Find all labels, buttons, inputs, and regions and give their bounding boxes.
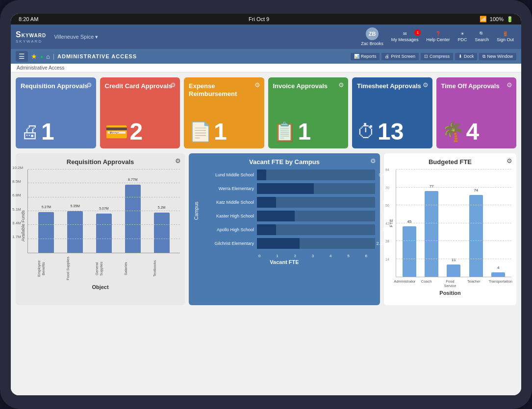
budgeted-x-label: Transportation [489, 279, 507, 288]
avatar: ZB [366, 27, 379, 40]
search-btn[interactable]: 🔍 Search [472, 30, 491, 43]
budgeted-grid-label: 42 [385, 221, 389, 225]
vacant-x-tick: 4 [322, 254, 339, 258]
budgeted-bar-val: 4 [497, 265, 499, 270]
budgeted-chart-gear[interactable]: ⚙ [507, 157, 512, 165]
help-btn[interactable]: ❓ Help Center [424, 30, 452, 43]
budgeted-x-label: Food Service [441, 279, 459, 288]
signout-icon: 🚪 [503, 31, 508, 36]
grid-label: 6.8M [12, 193, 21, 197]
tile-requisition[interactable]: ⚙ Requisition Approvals 🖨 1 [16, 77, 96, 148]
bar-value: 5.07M [99, 207, 108, 210]
tile-gear-timesheet[interactable]: ⚙ [423, 81, 429, 89]
vacant-bar-fill [257, 211, 295, 221]
budgeted-bar: 74 [469, 195, 483, 277]
req-grid: 5.27M5.35M5.07M8.77M5.2M 10.2M8.5M6.8M5.… [27, 169, 180, 253]
budgeted-bar-item: 45 [403, 226, 416, 277]
search-icon: 🔍 [479, 31, 484, 36]
tile-gear-credit-card[interactable]: ⚙ [170, 81, 176, 89]
tile-time-off[interactable]: ⚙ Time Off Approvals 🌴 4 [436, 77, 517, 148]
budgeted-grid-label: 84 [385, 168, 389, 171]
tiles-row: ⚙ Requisition Approvals 🖨 1 ⚙ Credit Car… [16, 77, 516, 148]
message-icon: ✉ [403, 31, 407, 36]
divider: | [53, 53, 54, 60]
budgeted-chart-card: ⚙ Budgeted FTE FTE 457711744 84705642281… [384, 153, 516, 305]
budgeted-y-label: FTE [389, 169, 394, 277]
hamburger-button[interactable]: ☰ [16, 51, 28, 62]
req-y-label: Available Funds [21, 169, 25, 282]
vacant-bar-fill [257, 169, 266, 180]
logo-text: SKYWARD [16, 30, 46, 39]
vacant-chart-gear[interactable]: ⚙ [370, 157, 376, 165]
req-bar-item: 8.77M [125, 185, 141, 253]
vacant-bar-label: Kaster High School [200, 214, 254, 218]
tile-timesheet[interactable]: ⚙ Timesheet Approvals ⏱ 13 [352, 77, 432, 148]
vacant-bar-item: Lund Middle School 0.5 [200, 169, 375, 180]
vacant-x-tick: 1 [268, 254, 286, 258]
org-name[interactable]: Villeneuve Spice ▾ [54, 34, 98, 40]
budgeted-bar: 11 [447, 265, 460, 277]
vacant-bar-item: Gilchrist Elementary 2.25 [200, 238, 375, 249]
tile-content-time-off: 🌴 4 [441, 120, 480, 144]
budgeted-bars-area: 457711744 847056422814 [396, 169, 511, 277]
grid-line: 6.8M [28, 197, 180, 197]
main-content: ⚙ Requisition Approvals 🖨 1 ⚙ Credit Car… [11, 72, 521, 395]
req-bar: 5.2M [154, 213, 170, 253]
tile-gear-expense[interactable]: ⚙ [254, 81, 260, 89]
tile-icon-expense: 📄 [189, 121, 212, 143]
req-bar: 8.77M [125, 185, 141, 253]
signout-btn[interactable]: 🚪 Sign Out [494, 30, 516, 43]
vacant-x-tick: 3 [304, 254, 322, 258]
req-bars-group: 5.27M5.35M5.07M8.77M5.2M [28, 169, 180, 253]
tile-credit-card[interactable]: ⚙ Credit Card Approvals 💳 2 [100, 77, 180, 148]
vacant-x-tick: 5 [339, 254, 357, 258]
tile-gear-requisition[interactable]: ⚙ [86, 81, 92, 89]
tile-invoice[interactable]: ⚙ Invoice Approvals 📋 1 [268, 77, 349, 148]
req-x-label: Salaries [124, 255, 142, 282]
messages-btn[interactable]: ✉ 1 My Messages [389, 30, 421, 43]
vacant-bar-fill [257, 224, 276, 235]
print-button[interactable]: 🖨 Print Screen [381, 53, 419, 60]
favorites-button[interactable]: ★ [31, 52, 37, 60]
reports-button[interactable]: 📊 Reports [351, 53, 380, 60]
grid-label: 5.1M [12, 207, 21, 211]
dock-icon: ⬇ [458, 54, 462, 59]
circle-button[interactable]: ● [40, 54, 43, 59]
tile-title-timesheet: Timesheet Approvals [357, 82, 421, 90]
tile-count-requisition: 1 [41, 120, 54, 144]
user-name: Zac Brooks [361, 41, 383, 46]
vacant-bar-item: Werra Elementary 3 [200, 183, 375, 194]
home-button[interactable]: ⌂ [46, 53, 50, 60]
grid-line: 10.2M [28, 169, 180, 169]
bar-value: 5.2M [158, 206, 166, 209]
budgeted-grid-label: 14 [385, 257, 389, 261]
search-label: Search [475, 37, 489, 42]
pdc-btn[interactable]: ☀ PDC [455, 30, 469, 43]
access-label: ADMINISTRATIVE ACCESS [57, 53, 137, 59]
budgeted-bar-item: 74 [469, 195, 483, 277]
vacant-bar-item: Kaster High School 2 [200, 211, 375, 221]
budgeted-grid-line: 14 [396, 259, 511, 259]
dock-button[interactable]: ⬇ Dock [455, 53, 478, 60]
tile-title-credit-card: Credit Card Approvals [105, 82, 173, 90]
tile-content-timesheet: ⏱ 13 [357, 120, 404, 144]
req-chart-gear[interactable]: ⚙ [175, 157, 181, 165]
tile-expense[interactable]: ⚙ Expense Reimbursement 📄 1 [184, 77, 264, 148]
bar-value: 5.35M [70, 204, 79, 208]
budgeted-bar-item: 77 [425, 191, 438, 277]
vacant-bar-wrap: 1 [257, 224, 375, 235]
new-window-button[interactable]: ⧉ New Window [479, 53, 516, 60]
status-date: Fri Oct 9 [249, 16, 269, 22]
vacant-bar-label: Lund Middle School [200, 172, 254, 177]
compress-button[interactable]: ⊡ Compress [421, 53, 453, 60]
tile-gear-invoice[interactable]: ⚙ [338, 81, 344, 89]
grid-label: 1.7M [12, 235, 21, 239]
tile-gear-time-off[interactable]: ⚙ [507, 81, 512, 89]
grid-label: 3.4M [12, 220, 21, 225]
grid-line: 8.5M [28, 183, 180, 183]
vacant-y-label: Campus [194, 169, 199, 252]
user-profile-btn[interactable]: ZB Zac Brooks [358, 26, 386, 47]
vacant-bar-label: Apollo High School [200, 227, 254, 232]
tile-count-timesheet: 13 [378, 120, 404, 144]
bar-value: 5.27M [42, 205, 51, 209]
